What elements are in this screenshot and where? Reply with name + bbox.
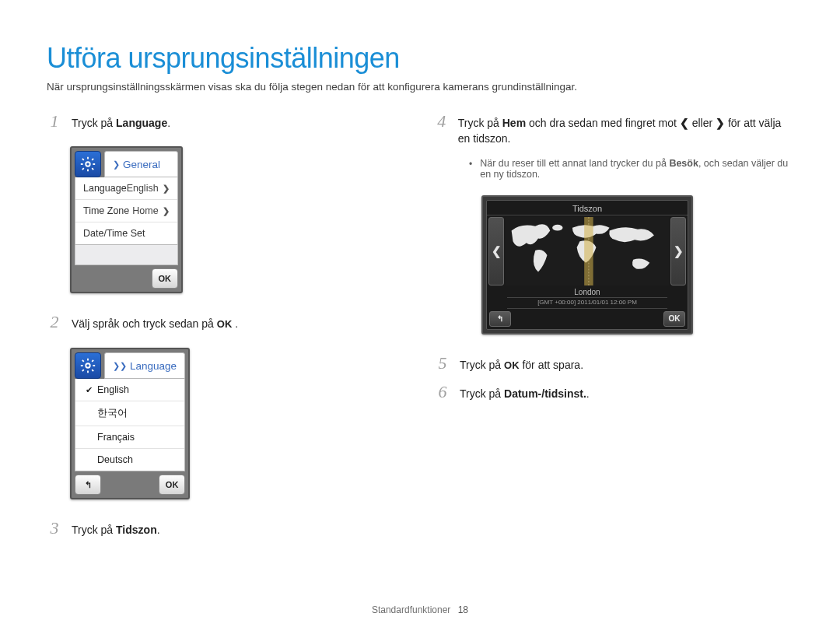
tz-gmt-info: [GMT +00:00] 2011/01/01 12:00 PM — [507, 297, 667, 309]
left-column: 1 Tryck på Language. — [47, 113, 405, 548]
row-value: Home — [132, 205, 158, 216]
text-bold: Tidszon — [116, 524, 157, 536]
step-number: 4 — [435, 113, 449, 130]
return-icon: ↰ — [85, 480, 92, 490]
text: för att spara. — [520, 359, 583, 371]
panel-breadcrumb: ❯❯ Language — [104, 352, 185, 379]
option-label: Français — [97, 432, 135, 443]
row-label: Time Zone — [83, 205, 129, 216]
back-button[interactable]: ↰ — [75, 475, 101, 495]
step-1: 1 Tryck på Language. — [47, 113, 405, 131]
text-bold: Datum-/tidsinst. — [504, 387, 586, 400]
step-text: Tryck på Hem och dra sedan med fingret m… — [458, 113, 793, 147]
text: . — [232, 317, 238, 330]
check-icon: ✔ — [85, 385, 93, 395]
ok-button[interactable]: OK — [152, 268, 178, 289]
step-text: Välj språk och tryck sedan på OK . — [72, 313, 238, 332]
text: Tryck på — [460, 359, 504, 371]
option-label: Deutsch — [97, 454, 133, 465]
language-option-french[interactable]: Français — [75, 426, 184, 449]
step-6: 6 Tryck på Datum-/tidsinst.. — [435, 384, 793, 401]
row-label: Date/Time Set — [83, 228, 145, 239]
tz-title: Tidszon — [487, 201, 688, 215]
language-option-korean[interactable]: 한국어 — [75, 401, 184, 426]
tz-prev-button[interactable]: ❮ — [488, 217, 504, 285]
empty-row — [75, 245, 178, 265]
settings-row-timezone[interactable]: Time Zone Home❯ — [75, 200, 177, 222]
option-label: English — [97, 384, 129, 395]
text: Tryck på — [458, 117, 502, 129]
device-screenshot-tidszon: Tidszon ❮ — [481, 195, 693, 335]
page-number: 18 — [458, 604, 468, 615]
ok-button[interactable]: OK — [663, 311, 685, 327]
chevron-right-icon: ❯ — [163, 206, 170, 216]
chevron-right-icon: ❯ — [163, 184, 170, 194]
page-subtitle: När ursprungsinställningsskärmen visas s… — [47, 81, 793, 93]
svg-point-4 — [552, 224, 562, 230]
device-screenshot-language: ❯❯ Language ✔English 한국어 Français Deutsc… — [70, 348, 278, 499]
chevron-right-icon: ❯ — [674, 244, 684, 258]
bullet-icon: • — [469, 158, 472, 180]
text: eller — [689, 117, 716, 129]
settings-row-language[interactable]: Language English❯ — [75, 177, 177, 200]
option-label: 한국어 — [97, 407, 128, 420]
panel-breadcrumb: ❯ General — [104, 151, 178, 177]
text: Tryck på — [72, 117, 116, 129]
chevron-left-icon: ❮ — [492, 244, 502, 258]
text: . — [157, 524, 160, 536]
step-text: Tryck på Language. — [72, 113, 170, 131]
tz-next-button[interactable]: ❯ — [670, 217, 686, 285]
step-4-note: • När du reser till ett annat land tryck… — [469, 158, 793, 180]
world-map[interactable] — [506, 217, 669, 285]
ok-icon: OK — [217, 318, 233, 330]
row-label: Language — [83, 183, 127, 194]
back-button[interactable]: ↰ — [489, 311, 511, 327]
text-bold: Hem — [502, 117, 526, 129]
gear-icon — [75, 352, 101, 379]
ok-button[interactable]: OK — [159, 475, 185, 495]
settings-row-datetime[interactable]: Date/Time Set — [75, 222, 177, 244]
step-number: 5 — [435, 355, 450, 372]
step-text: Tryck på Tidszon. — [72, 520, 160, 538]
right-column: 4 Tryck på Hem och dra sedan med fingret… — [435, 113, 793, 548]
page-title: Utföra ursprungsinställningen — [47, 42, 793, 75]
step-3: 3 Tryck på Tidszon. — [47, 520, 405, 538]
step-number: 1 — [47, 113, 62, 130]
return-icon: ↰ — [497, 314, 503, 323]
text: Tryck på — [72, 524, 116, 536]
language-option-german[interactable]: Deutsch — [75, 449, 184, 471]
text: och dra sedan med fingret mot — [526, 117, 680, 129]
step-number: 6 — [435, 384, 450, 401]
text: Tryck på — [460, 387, 504, 400]
breadcrumb-label: Language — [130, 360, 177, 372]
text: När du reser till ett annat land trycker… — [480, 158, 669, 169]
chevron-right-icon: ❯ — [716, 117, 725, 129]
gear-icon — [75, 151, 101, 177]
svg-point-0 — [86, 163, 90, 167]
step-2: 2 Välj språk och tryck sedan på OK . — [47, 313, 405, 332]
settings-list: Language English❯ Time Zone Home❯ Date/T… — [75, 177, 178, 245]
row-value: English — [127, 183, 159, 194]
breadcrumb-label: General — [123, 159, 160, 170]
text-bold: Language — [116, 117, 167, 129]
step-5: 5 Tryck på OK för att spara. — [435, 355, 793, 373]
tz-city-label: London — [487, 287, 688, 296]
chevron-right-icon: ❯❯ — [113, 361, 127, 371]
note-text: När du reser till ett annat land trycker… — [480, 158, 793, 180]
text-bold: Besök — [669, 158, 698, 169]
step-text: Tryck på Datum-/tidsinst.. — [460, 384, 590, 401]
text: Välj språk och tryck sedan på — [72, 317, 217, 330]
step-4: 4 Tryck på Hem och dra sedan med fingret… — [435, 113, 793, 147]
step-number: 3 — [47, 520, 62, 537]
chevron-right-icon: ❯ — [113, 159, 120, 170]
device-screenshot-general: ❯ General Language English❯ Time Zone Ho… — [70, 146, 278, 293]
language-option-english[interactable]: ✔English — [75, 379, 184, 401]
page-footer: Standardfunktioner 18 — [0, 604, 840, 615]
svg-point-1 — [86, 363, 90, 368]
svg-rect-5 — [584, 217, 593, 285]
step-text: Tryck på OK för att spara. — [460, 355, 583, 373]
footer-label: Standardfunktioner — [372, 604, 450, 615]
text: . — [586, 387, 590, 400]
text: . — [167, 117, 170, 129]
language-list: ✔English 한국어 Français Deutsch — [75, 379, 185, 471]
